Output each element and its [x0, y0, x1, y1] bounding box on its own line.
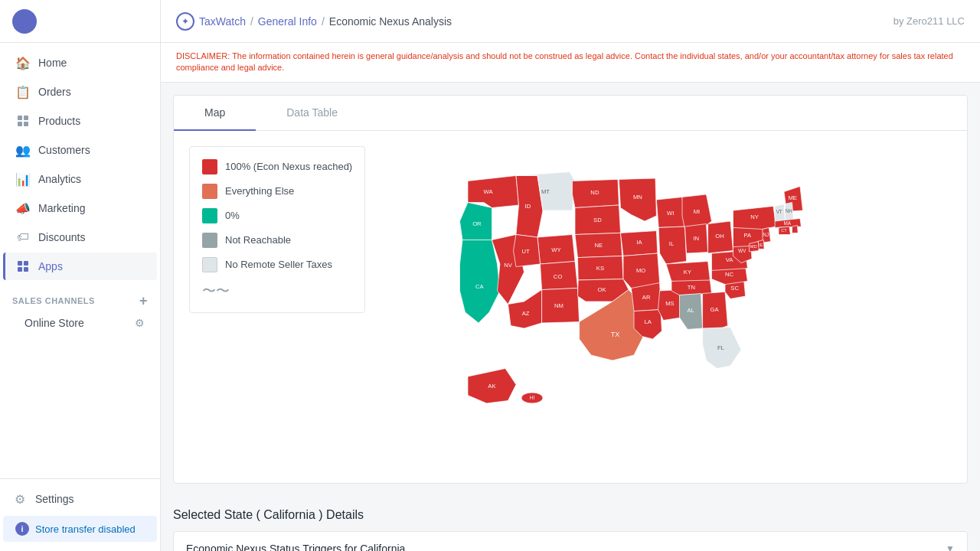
svg-rect-7 [24, 267, 28, 272]
sidebar-logo [0, 0, 160, 43]
store-transfer-banner[interactable]: i Store transfer disabled [3, 516, 157, 542]
tab-map[interactable]: Map [174, 96, 256, 131]
svg-text:CA: CA [475, 282, 485, 289]
svg-text:MN: MN [633, 193, 642, 200]
svg-text:WV: WV [738, 247, 746, 253]
svg-text:KS: KS [596, 264, 604, 271]
taxwatch-icon: ✦ [176, 12, 194, 31]
us-map[interactable]: WA OR CA NV ID [406, 146, 926, 468]
svg-text:HI: HI [530, 395, 535, 400]
svg-text:MT: MT [541, 187, 550, 194]
svg-text:IN: IN [693, 235, 699, 242]
state-ri[interactable] [792, 225, 799, 233]
legend-label-gray-light: No Remote Seller Taxes [225, 259, 332, 270]
svg-text:WA: WA [484, 187, 494, 194]
legend-label-gray-dark: Not Reachable [225, 234, 291, 246]
tab-data-table[interactable]: Data Table [256, 96, 368, 131]
svg-text:TN: TN [688, 284, 695, 291]
legend-item-gray-dark: Not Reachable [202, 233, 352, 248]
map-legend: 100% (Econ Nexus reached) Everything Els… [189, 146, 365, 313]
sales-channels-header: SALES CHANNELS + [0, 282, 160, 311]
svg-rect-1 [24, 116, 28, 120]
sidebar-item-marketing-label: Marketing [38, 202, 85, 214]
legend-item-red: 100% (Econ Nexus reached) [202, 159, 352, 174]
sidebar-item-customers-label: Customers [38, 144, 90, 156]
main-card: Map Data Table 100% (Econ Nexus reached)… [173, 95, 968, 484]
sidebar-item-customers[interactable]: 👥 Customers [3, 136, 157, 164]
legend-item-green: 0% [202, 208, 352, 223]
legend-item-orange: Everything Else [202, 184, 352, 199]
orders-icon: 📋 [15, 84, 31, 99]
svg-text:SC: SC [730, 284, 739, 291]
svg-text:ME: ME [789, 194, 798, 201]
state-az[interactable] [508, 289, 542, 328]
sidebar-item-online-store[interactable]: Online Store ⚙ [3, 311, 157, 335]
svg-text:OH: OH [715, 233, 724, 240]
sidebar-item-products-label: Products [38, 115, 80, 127]
legend-color-orange [202, 184, 217, 199]
svg-text:VA: VA [726, 256, 734, 263]
home-icon: 🏠 [15, 55, 31, 70]
breadcrumb-current: Economic Nexus Analysis [329, 15, 452, 28]
svg-text:SD: SD [593, 217, 602, 223]
sidebar-item-analytics[interactable]: 📊 Analytics [3, 165, 157, 193]
sidebar-item-discounts[interactable]: 🏷 Discounts [3, 223, 157, 251]
apps-icon [15, 259, 31, 274]
sidebar-item-products[interactable]: Products [3, 107, 157, 135]
settings-label: Settings [35, 493, 74, 505]
by-text: by Zero211 LLC [893, 15, 965, 27]
sidebar-item-home[interactable]: 🏠 Home [3, 49, 157, 77]
legend-color-gray-light [202, 257, 217, 272]
wave-icon: 〜〜 [202, 282, 230, 300]
svg-text:UT: UT [522, 248, 531, 255]
add-sales-channel-button[interactable]: + [139, 294, 148, 308]
discounts-icon: 🏷 [15, 230, 31, 245]
svg-text:LA: LA [645, 318, 652, 325]
sidebar-item-settings[interactable]: ⚙ Settings [0, 485, 160, 513]
svg-text:MD: MD [750, 244, 757, 249]
sidebar-item-apps[interactable]: Apps [3, 253, 157, 280]
svg-text:NY: NY [750, 214, 759, 220]
svg-text:AL: AL [688, 307, 695, 314]
state-wa[interactable] [468, 175, 519, 207]
svg-text:NV: NV [504, 261, 513, 268]
svg-text:OK: OK [598, 286, 607, 293]
legend-item-gray-light: No Remote Seller Taxes [202, 257, 352, 272]
breadcrumb-sep-2: / [322, 15, 325, 28]
customers-icon: 👥 [15, 142, 31, 158]
svg-text:MS: MS [665, 300, 675, 307]
legend-color-green [202, 208, 217, 223]
info-icon: i [15, 522, 29, 536]
details-card-header[interactable]: Economic Nexus Status Triggers for Calif… [174, 532, 967, 551]
sidebar-item-discounts-label: Discounts [38, 231, 85, 243]
svg-rect-6 [18, 267, 22, 272]
svg-text:NE: NE [595, 241, 603, 248]
svg-rect-4 [18, 261, 22, 266]
breadcrumb-app[interactable]: TaxWatch [199, 15, 246, 28]
online-store-settings-icon[interactable]: ⚙ [135, 317, 145, 329]
svg-text:AK: AK [488, 383, 496, 390]
svg-text:MA: MA [784, 220, 792, 226]
svg-rect-0 [18, 116, 22, 120]
svg-text:ID: ID [525, 202, 531, 209]
sidebar-item-home-label: Home [38, 57, 67, 69]
details-card-title: Economic Nexus Status Triggers for Calif… [186, 543, 405, 551]
svg-text:TX: TX [611, 330, 620, 337]
legend-label-green: 0% [225, 210, 240, 221]
breadcrumb-general-info[interactable]: General Info [258, 15, 317, 28]
svg-text:PA: PA [744, 232, 753, 239]
svg-text:IA: IA [636, 239, 642, 246]
settings-icon: ⚙ [12, 491, 28, 507]
sidebar-item-marketing[interactable]: 📣 Marketing [3, 194, 157, 222]
svg-text:IL: IL [669, 240, 675, 246]
svg-rect-3 [24, 122, 28, 126]
svg-text:NJ: NJ [763, 231, 769, 236]
svg-text:GA: GA [710, 305, 720, 312]
state-ca[interactable] [460, 240, 501, 323]
svg-text:VT: VT [776, 209, 782, 214]
details-section: Selected State ( California ) Details Ec… [161, 496, 980, 551]
logo-mark [12, 9, 37, 34]
online-store-label: Online Store [24, 317, 84, 329]
marketing-icon: 📣 [15, 201, 31, 216]
sidebar-item-orders[interactable]: 📋 Orders [3, 78, 157, 106]
